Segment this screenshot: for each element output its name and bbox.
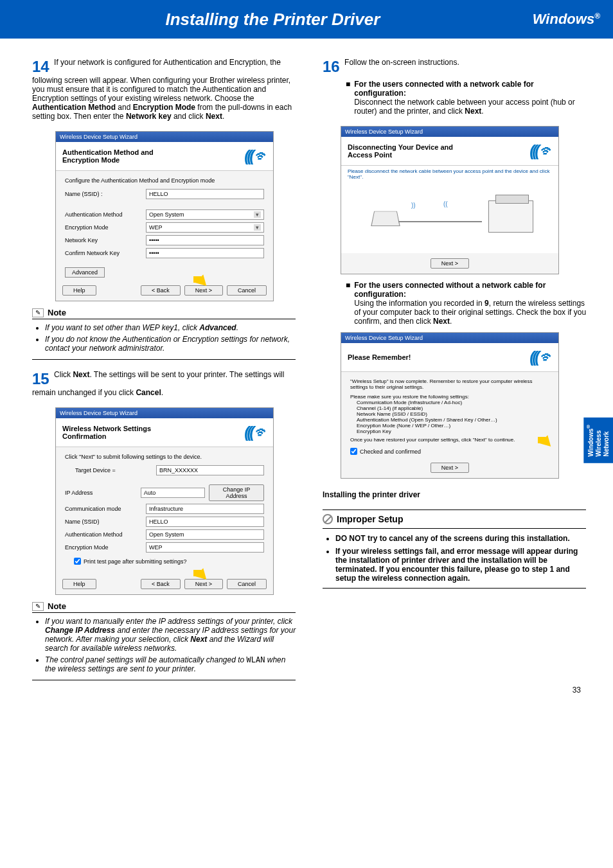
- ss15-enc-field: WEP: [146, 542, 264, 553]
- wifi-logo-icon: ((( ᯤ: [244, 147, 267, 165]
- ss16b-checked-checkbox[interactable]: [350, 448, 357, 455]
- left-column: 14 If your network is configured for Aut…: [32, 58, 297, 691]
- ss16b-msg: "Wireless Setup" is now complete. Rememb…: [350, 378, 549, 390]
- step-16-number: 16: [323, 58, 340, 76]
- ss16a-buttons: Next >: [341, 253, 558, 274]
- ss15-auth-field: Open System: [146, 529, 264, 540]
- ss14-body: Configure the Authentication Method and …: [56, 171, 273, 267]
- cable-icon: [398, 221, 482, 222]
- step-16-sub2-title: For the users connected without a networ…: [354, 281, 587, 299]
- ss14-auth-select[interactable]: Open System: [146, 209, 264, 220]
- page-number: 33: [573, 686, 581, 695]
- step-16-sub1-body: Disconnect the network cable between you…: [354, 98, 587, 116]
- ss14-cancel-button[interactable]: Cancel: [227, 285, 267, 296]
- device-diagram: )) ((: [366, 189, 533, 247]
- ss14-help-button[interactable]: Help: [62, 285, 96, 296]
- ss15-help-button[interactable]: Help: [62, 579, 96, 589]
- improper-setup-label: Improper Setup: [337, 514, 403, 524]
- ss15-ssid-field: HELLO: [146, 517, 264, 527]
- step-16-body: ■ For the users connected with a network…: [346, 80, 587, 116]
- ss16a-header: Disconnecting Your Device and Access Poi…: [341, 137, 558, 166]
- wifi-logo-icon: ((( ᯤ: [529, 348, 552, 366]
- ss15-buttons: Help < Back Next > Cancel: [56, 574, 273, 594]
- ss14-next-button[interactable]: Next >: [184, 285, 223, 296]
- ss15-comm-field: Infrastructure: [146, 504, 264, 514]
- prohibit-icon: [323, 514, 333, 524]
- right-column: 16 Follow the on-screen instructions. ■ …: [323, 58, 587, 691]
- ss15-header: Wireless Network Settings Confirmation (…: [56, 418, 273, 447]
- ss14-row-auth: Authentication MethodOpen System: [65, 209, 264, 220]
- ss14-enc-select[interactable]: WEP: [146, 222, 264, 233]
- note-15-item-2: The control panel settings will be autom…: [45, 655, 297, 673]
- wifi-logo-icon: ((( ᯤ: [529, 142, 552, 160]
- note-14-item-2: If you do not know the Authentication or…: [45, 335, 297, 353]
- ss15-row-ip: IP AddressAutoChange IP Address: [65, 484, 264, 501]
- note-14-label: Note: [48, 308, 66, 317]
- ss16b-body: "Wireless Setup" is now complete. Rememb…: [341, 372, 558, 445]
- ss15-title: Wireless Network Settings Confirmation: [62, 425, 178, 440]
- ss16b-item: Network Name (SSID / ESSID): [357, 411, 549, 417]
- ss16a-illustration: )) ((: [341, 182, 558, 253]
- wifi-logo-icon: ((( ᯤ: [244, 423, 267, 441]
- access-point-icon: [371, 211, 400, 226]
- ss14-ckey-field[interactable]: •••••: [146, 248, 264, 258]
- step-16: 16 Follow the on-screen instructions. ■ …: [323, 58, 587, 116]
- screenshot-confirmation: Wireless Device Setup Wizard Wireless Ne…: [55, 407, 274, 595]
- ss14-subtitle: Configure the Authentication Method and …: [65, 177, 264, 184]
- note-15-label: Note: [48, 601, 66, 611]
- ss14-buttons: Help < Back Next > Cancel: [56, 280, 273, 301]
- screenshot-remember: Wireless Device Setup Wizard Please Reme…: [341, 332, 559, 479]
- ss16b-header: Please Remember! ((( ᯤ: [341, 343, 558, 372]
- ss16b-list: Communication Mode (Infrastructure / Ad-…: [357, 400, 549, 434]
- ss14-header: Authentication Method and Encryption Mod…: [56, 142, 273, 171]
- ss16b-item: Encryption Mode (None / WEP / Other…): [357, 423, 549, 429]
- ss15-change-ip-button[interactable]: Change IP Address: [209, 484, 264, 501]
- ss16b-item: Encryption Key: [357, 429, 549, 434]
- note-15-header: ✎ Note: [32, 601, 296, 613]
- note-icon: ✎: [32, 602, 44, 611]
- note-14-header: ✎ Note: [32, 308, 296, 319]
- ss16b-title: Please Remember!: [348, 353, 411, 361]
- ss16b-next-button[interactable]: Next >: [431, 463, 469, 473]
- ss16b-titlebar: Wireless Device Setup Wizard: [341, 333, 558, 343]
- side-tab: Windows® Wireless Network: [583, 418, 613, 463]
- ss15-back-button[interactable]: < Back: [141, 579, 181, 589]
- ss16a-next-button[interactable]: Next >: [431, 258, 469, 269]
- content: 14 If your network is configured for Aut…: [0, 39, 613, 704]
- ss14-back-button[interactable]: < Back: [141, 285, 181, 296]
- signal-icon: ((: [443, 200, 448, 208]
- ss15-ip-field: Auto: [141, 488, 205, 498]
- ss16b-item: Communication Mode (Infrastructure / Ad-…: [357, 400, 549, 405]
- step-16-intro: Follow the on-screen instructions.: [344, 58, 459, 67]
- ss15-row-enc: Encryption ModeWEP: [65, 542, 264, 553]
- ss14-row-ssid: Name (SSID) :HELLO: [65, 189, 264, 199]
- ss14-ssid-field[interactable]: HELLO: [146, 189, 264, 199]
- printer-icon: [488, 200, 533, 233]
- improper-item-2: If your wireless settings fail, and erro…: [335, 547, 585, 583]
- ss15-next-button[interactable]: Next >: [184, 579, 223, 589]
- ss14-key-field[interactable]: •••••: [146, 235, 264, 245]
- ss15-print-test-label: Print test page after submitting setting…: [84, 558, 187, 565]
- note-14-footer-rule: [32, 359, 296, 360]
- ss16b-item: Authentication Method (Open System / Sha…: [357, 417, 549, 423]
- ss14-title: Authentication Method and Encryption Mod…: [62, 148, 178, 164]
- ss16b-buttons: Next >: [341, 457, 558, 478]
- improper-setup-list: DO NOT try to cancel any of the screens …: [328, 534, 585, 583]
- ss15-print-test-checkbox[interactable]: [74, 558, 81, 565]
- ss16b-check-label: Checked and confirmed: [360, 448, 421, 455]
- ss15-subtitle: Click "Next" to submit following setting…: [65, 454, 264, 460]
- improper-item-1: DO NOT try to cancel any of the screens …: [335, 534, 585, 543]
- header-platform: Windows®: [533, 11, 600, 28]
- step-16-sub1-title: For the users connected with a network c…: [354, 80, 587, 98]
- step-15-text: Click Next. The settings will be sent to…: [32, 370, 284, 397]
- ss15-cancel-button[interactable]: Cancel: [227, 579, 267, 589]
- ss14-advanced-button[interactable]: Advanced: [65, 267, 105, 278]
- ss15-row-target: Target Device =BRN_XXXXXX: [65, 465, 264, 475]
- step-16-sub1: ■ For the users connected with a network…: [346, 80, 587, 116]
- ss15-row-auth: Authentication MethodOpen System: [65, 529, 264, 540]
- page-header: Installing the Printer Driver Windows®: [0, 0, 613, 39]
- header-title: Installing the Printer Driver: [13, 10, 533, 30]
- square-bullet-icon: ■: [346, 281, 350, 326]
- step-16-sub2: ■ For the users connected without a netw…: [346, 281, 587, 326]
- step-15-number: 15: [32, 370, 49, 388]
